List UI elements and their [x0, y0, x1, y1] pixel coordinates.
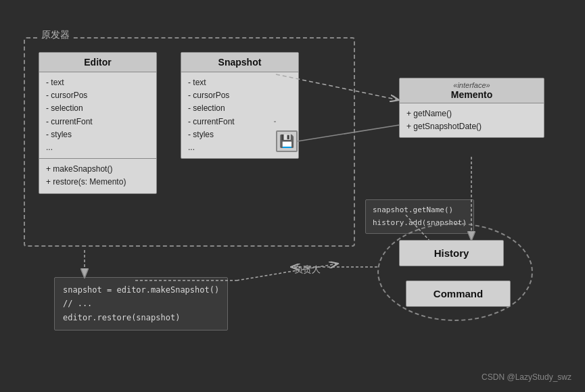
originator-box: 原发器 Editor - text - cursorPos - selectio…: [24, 37, 355, 247]
command-label: Command: [434, 288, 483, 299]
editor-attr-3: - selection: [46, 102, 149, 115]
code-box: snapshot = editor.makeSnapshot() // ... …: [54, 277, 228, 330]
editor-method-1: + makeSnapshot(): [46, 163, 149, 176]
editor-attr-6: ...: [46, 141, 149, 154]
snapshot-attr-3: - selection: [188, 102, 291, 115]
watermark: CSDN @LazyStudy_swz: [482, 372, 571, 382]
memento-class: «interface» Memento + getName() + getSna…: [399, 78, 544, 138]
editor-method-2: + restore(s: Memento): [46, 176, 149, 189]
command-box: Command: [406, 280, 511, 307]
editor-attr-5: - styles: [46, 128, 149, 141]
editor-attr-2: - cursorPos: [46, 89, 149, 102]
snapshot-attr-2: - cursorPos: [188, 89, 291, 102]
snapshot-attr-4: - currentFont: [188, 116, 291, 128]
code-line-2: // ...: [63, 297, 219, 310]
editor-attr-4: - currentFont: [46, 116, 149, 128]
history-label: History: [434, 247, 469, 259]
history-box: History: [399, 240, 504, 266]
snapshot-class-header: Snapshot: [181, 53, 298, 72]
memento-body: + getName() + getSnapshotDate(): [400, 103, 544, 137]
floppy-icon: 💾: [276, 130, 298, 152]
code-line-3: editor.restore(snapshot): [63, 311, 219, 324]
code-line-1: snapshot = editor.makeSnapshot(): [63, 283, 219, 297]
snapshot-attr-1: - text: [188, 76, 291, 89]
editor-class-body: - text - cursorPos - selection - current…: [39, 72, 156, 158]
editor-class-header: Editor: [39, 53, 156, 72]
memento-header: «interface» Memento: [400, 78, 544, 103]
memento-method-1: + getName(): [406, 107, 537, 120]
editor-class: Editor - text - cursorPos - selection - …: [39, 52, 157, 194]
editor-attr-1: - text: [46, 76, 149, 89]
svg-line-7: [237, 264, 338, 280]
memento-method-2: + getSnapshotDate(): [406, 120, 537, 133]
editor-class-footer: + makeSnapshot() + restore(s: Memento): [39, 158, 156, 193]
memento-stereotype: «interface»: [406, 81, 537, 89]
note-line-1: snapshot.getName(): [373, 204, 467, 217]
diagram-container: 原发器 Editor - text - cursorPos - selectio…: [0, 0, 585, 392]
memento-name: Memento: [406, 89, 537, 100]
originator-label: 原发器: [39, 29, 72, 41]
fuzeren-label: 负责人: [294, 264, 321, 276]
